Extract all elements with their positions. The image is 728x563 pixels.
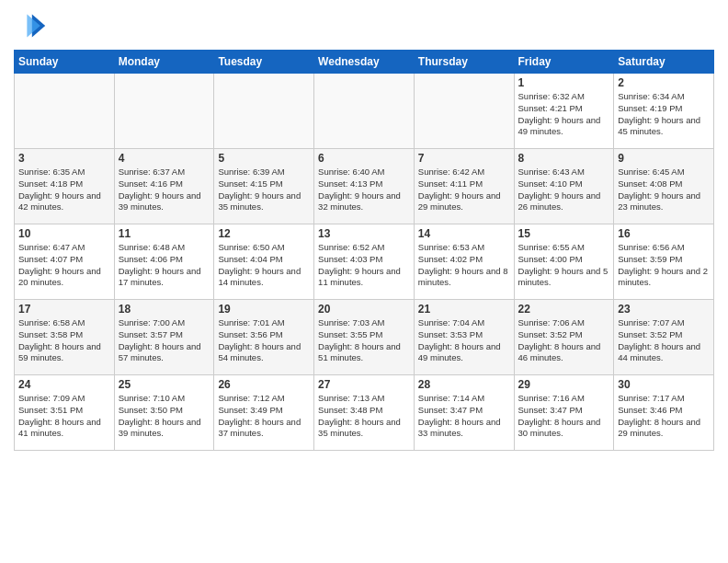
- calendar-cell: 2Sunrise: 6:34 AM Sunset: 4:19 PM Daylig…: [614, 74, 714, 149]
- day-number: 26: [218, 378, 310, 391]
- day-info: Sunrise: 6:37 AM Sunset: 4:16 PM Dayligh…: [119, 167, 210, 213]
- calendar-cell: 27Sunrise: 7:13 AM Sunset: 3:48 PM Dayli…: [314, 375, 415, 451]
- day-info: Sunrise: 6:35 AM Sunset: 4:18 PM Dayligh…: [18, 167, 110, 213]
- day-info: Sunrise: 6:42 AM Sunset: 4:11 PM Dayligh…: [418, 167, 510, 213]
- day-number: 2: [618, 76, 710, 89]
- calendar-cell: 23Sunrise: 7:07 AM Sunset: 3:52 PM Dayli…: [614, 300, 714, 375]
- header-saturday: Saturday: [614, 51, 714, 74]
- day-info: Sunrise: 7:16 AM Sunset: 3:47 PM Dayligh…: [518, 393, 610, 440]
- calendar-cell: 22Sunrise: 7:06 AM Sunset: 3:52 PM Dayli…: [514, 300, 614, 375]
- calendar-cell: [114, 74, 214, 149]
- header-thursday: Thursday: [414, 51, 514, 74]
- calendar-header-row: SundayMondayTuesdayWednesdayThursdayFrid…: [15, 51, 714, 74]
- day-number: 28: [418, 378, 510, 391]
- day-number: 1: [518, 76, 610, 89]
- calendar-cell: 12Sunrise: 6:50 AM Sunset: 4:04 PM Dayli…: [214, 224, 314, 300]
- calendar-cell: 11Sunrise: 6:48 AM Sunset: 4:06 PM Dayli…: [114, 224, 214, 300]
- main-container: SundayMondayTuesdayWednesdayThursdayFrid…: [0, 0, 728, 460]
- day-info: Sunrise: 6:55 AM Sunset: 4:00 PM Dayligh…: [518, 242, 610, 289]
- calendar-cell: [414, 74, 514, 149]
- calendar-cell: 4Sunrise: 6:37 AM Sunset: 4:16 PM Daylig…: [114, 149, 214, 224]
- day-info: Sunrise: 6:43 AM Sunset: 4:10 PM Dayligh…: [518, 167, 610, 213]
- week-row-3: 17Sunrise: 6:58 AM Sunset: 3:58 PM Dayli…: [15, 300, 714, 375]
- calendar-cell: 30Sunrise: 7:17 AM Sunset: 3:46 PM Dayli…: [614, 375, 714, 451]
- week-row-4: 24Sunrise: 7:09 AM Sunset: 3:51 PM Dayli…: [15, 375, 714, 451]
- day-info: Sunrise: 6:50 AM Sunset: 4:04 PM Dayligh…: [218, 242, 310, 289]
- calendar-cell: 3Sunrise: 6:35 AM Sunset: 4:18 PM Daylig…: [15, 149, 115, 224]
- calendar-cell: 7Sunrise: 6:42 AM Sunset: 4:11 PM Daylig…: [414, 149, 514, 224]
- calendar-cell: 29Sunrise: 7:16 AM Sunset: 3:47 PM Dayli…: [514, 375, 614, 451]
- day-number: 5: [218, 152, 310, 165]
- calendar-cell: 17Sunrise: 6:58 AM Sunset: 3:58 PM Dayli…: [15, 300, 115, 375]
- calendar-table: SundayMondayTuesdayWednesdayThursdayFrid…: [14, 50, 714, 451]
- day-info: Sunrise: 6:34 AM Sunset: 4:19 PM Dayligh…: [618, 91, 710, 138]
- calendar-cell: [15, 74, 115, 149]
- day-info: Sunrise: 6:48 AM Sunset: 4:06 PM Dayligh…: [119, 242, 210, 289]
- logo-icon: [14, 9, 47, 42]
- day-info: Sunrise: 7:07 AM Sunset: 3:52 PM Dayligh…: [618, 317, 710, 364]
- day-number: 4: [119, 152, 210, 165]
- day-number: 23: [618, 303, 710, 316]
- day-info: Sunrise: 7:10 AM Sunset: 3:50 PM Dayligh…: [119, 393, 210, 440]
- calendar-cell: 14Sunrise: 6:53 AM Sunset: 4:02 PM Dayli…: [414, 224, 514, 300]
- day-info: Sunrise: 6:45 AM Sunset: 4:08 PM Dayligh…: [618, 167, 710, 213]
- day-number: 16: [618, 227, 710, 240]
- day-number: 17: [18, 303, 110, 316]
- day-number: 21: [418, 303, 510, 316]
- calendar-cell: 10Sunrise: 6:47 AM Sunset: 4:07 PM Dayli…: [15, 224, 115, 300]
- day-info: Sunrise: 7:04 AM Sunset: 3:53 PM Dayligh…: [418, 317, 510, 364]
- calendar-cell: 20Sunrise: 7:03 AM Sunset: 3:55 PM Dayli…: [314, 300, 415, 375]
- header-tuesday: Tuesday: [214, 51, 314, 74]
- day-number: 6: [318, 152, 410, 165]
- day-number: 10: [18, 227, 110, 240]
- day-info: Sunrise: 7:00 AM Sunset: 3:57 PM Dayligh…: [119, 317, 210, 364]
- day-number: 15: [518, 227, 610, 240]
- day-number: 12: [218, 227, 310, 240]
- calendar-cell: 28Sunrise: 7:14 AM Sunset: 3:47 PM Dayli…: [414, 375, 514, 451]
- day-number: 24: [18, 378, 110, 391]
- day-number: 18: [119, 303, 210, 316]
- day-info: Sunrise: 7:01 AM Sunset: 3:56 PM Dayligh…: [218, 317, 310, 364]
- calendar-cell: 6Sunrise: 6:40 AM Sunset: 4:13 PM Daylig…: [314, 149, 415, 224]
- day-number: 3: [18, 152, 110, 165]
- day-number: 9: [618, 152, 710, 165]
- day-info: Sunrise: 7:17 AM Sunset: 3:46 PM Dayligh…: [618, 393, 710, 440]
- calendar-cell: 25Sunrise: 7:10 AM Sunset: 3:50 PM Dayli…: [114, 375, 214, 451]
- calendar-cell: 9Sunrise: 6:45 AM Sunset: 4:08 PM Daylig…: [614, 149, 714, 224]
- day-info: Sunrise: 6:53 AM Sunset: 4:02 PM Dayligh…: [418, 242, 510, 289]
- calendar-cell: [214, 74, 314, 149]
- calendar-cell: 16Sunrise: 6:56 AM Sunset: 3:59 PM Dayli…: [614, 224, 714, 300]
- day-number: 7: [418, 152, 510, 165]
- day-number: 22: [518, 303, 610, 316]
- day-info: Sunrise: 6:47 AM Sunset: 4:07 PM Dayligh…: [18, 242, 110, 289]
- calendar-cell: 19Sunrise: 7:01 AM Sunset: 3:56 PM Dayli…: [214, 300, 314, 375]
- calendar-cell: 18Sunrise: 7:00 AM Sunset: 3:57 PM Dayli…: [114, 300, 214, 375]
- day-number: 19: [218, 303, 310, 316]
- day-number: 30: [618, 378, 710, 391]
- day-info: Sunrise: 7:06 AM Sunset: 3:52 PM Dayligh…: [518, 317, 610, 364]
- day-info: Sunrise: 7:03 AM Sunset: 3:55 PM Dayligh…: [318, 317, 410, 364]
- day-number: 27: [318, 378, 410, 391]
- day-info: Sunrise: 6:56 AM Sunset: 3:59 PM Dayligh…: [618, 242, 710, 289]
- week-row-2: 10Sunrise: 6:47 AM Sunset: 4:07 PM Dayli…: [15, 224, 714, 300]
- day-info: Sunrise: 7:13 AM Sunset: 3:48 PM Dayligh…: [318, 393, 410, 440]
- day-info: Sunrise: 7:12 AM Sunset: 3:49 PM Dayligh…: [218, 393, 310, 440]
- page-header: [14, 9, 714, 42]
- day-info: Sunrise: 7:14 AM Sunset: 3:47 PM Dayligh…: [418, 393, 510, 440]
- calendar-cell: 24Sunrise: 7:09 AM Sunset: 3:51 PM Dayli…: [15, 375, 115, 451]
- calendar-cell: 1Sunrise: 6:32 AM Sunset: 4:21 PM Daylig…: [514, 74, 614, 149]
- day-info: Sunrise: 7:09 AM Sunset: 3:51 PM Dayligh…: [18, 393, 110, 440]
- calendar-cell: [314, 74, 415, 149]
- day-number: 20: [318, 303, 410, 316]
- calendar-cell: 26Sunrise: 7:12 AM Sunset: 3:49 PM Dayli…: [214, 375, 314, 451]
- week-row-1: 3Sunrise: 6:35 AM Sunset: 4:18 PM Daylig…: [15, 149, 714, 224]
- day-info: Sunrise: 6:32 AM Sunset: 4:21 PM Dayligh…: [518, 91, 610, 138]
- calendar-cell: 21Sunrise: 7:04 AM Sunset: 3:53 PM Dayli…: [414, 300, 514, 375]
- calendar-cell: 13Sunrise: 6:52 AM Sunset: 4:03 PM Dayli…: [314, 224, 415, 300]
- day-info: Sunrise: 6:39 AM Sunset: 4:15 PM Dayligh…: [218, 167, 310, 213]
- day-number: 13: [318, 227, 410, 240]
- calendar-cell: 8Sunrise: 6:43 AM Sunset: 4:10 PM Daylig…: [514, 149, 614, 224]
- calendar-cell: 15Sunrise: 6:55 AM Sunset: 4:00 PM Dayli…: [514, 224, 614, 300]
- day-number: 25: [119, 378, 210, 391]
- day-info: Sunrise: 6:40 AM Sunset: 4:13 PM Dayligh…: [318, 167, 410, 213]
